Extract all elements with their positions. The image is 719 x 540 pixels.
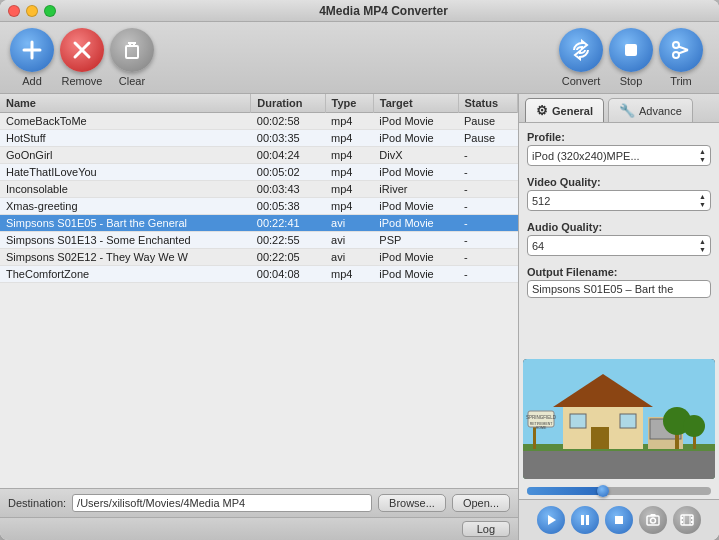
pause-button[interactable] bbox=[571, 506, 599, 534]
col-name[interactable]: Name bbox=[0, 94, 251, 113]
stop-button[interactable]: Stop bbox=[609, 28, 653, 87]
remove-label: Remove bbox=[62, 75, 103, 87]
cell-name: Xmas-greeting bbox=[0, 198, 251, 215]
cell-name: Simpsons S02E12 - They Way We W bbox=[0, 249, 251, 266]
video-quality-label: Video Quality: bbox=[527, 176, 711, 188]
log-button[interactable]: Log bbox=[462, 521, 510, 537]
cell-status: - bbox=[458, 215, 518, 232]
trim-button[interactable]: Trim bbox=[659, 28, 703, 87]
tab-general[interactable]: ⚙ General bbox=[525, 98, 604, 122]
progress-bar[interactable] bbox=[527, 487, 711, 495]
dest-field[interactable]: /Users/xilisoft/Movies/4Media MP4 bbox=[72, 494, 372, 512]
svg-rect-20 bbox=[620, 414, 636, 428]
add-icon bbox=[10, 28, 54, 72]
cell-status: - bbox=[458, 181, 518, 198]
tab-advance[interactable]: 🔧 Advance bbox=[608, 98, 693, 122]
clear-icon bbox=[110, 28, 154, 72]
cell-duration: 00:03:35 bbox=[251, 130, 325, 147]
cell-status: Pause bbox=[458, 130, 518, 147]
table-row[interactable]: HateThatILoveYou00:05:02mp4iPod Movie- bbox=[0, 164, 518, 181]
file-table[interactable]: Name Duration Type Target Status ComeBac… bbox=[0, 94, 518, 488]
audio-quality-value: 64 bbox=[532, 240, 544, 252]
cell-type: mp4 bbox=[325, 164, 373, 181]
maximize-button[interactable] bbox=[44, 5, 56, 17]
col-type[interactable]: Type bbox=[325, 94, 373, 113]
cell-target: iPod Movie bbox=[373, 164, 458, 181]
svg-rect-18 bbox=[591, 427, 609, 449]
table-row[interactable]: TheComfortZone00:04:08mp4iPod Movie- bbox=[0, 266, 518, 283]
svg-rect-35 bbox=[615, 516, 623, 524]
profile-label: Profile: bbox=[527, 131, 711, 143]
aq-select-arrow: ▲ ▼ bbox=[699, 238, 706, 253]
table-row[interactable]: ComeBackToMe00:02:58mp4iPod MoviePause bbox=[0, 113, 518, 130]
add-button[interactable]: Add bbox=[10, 28, 54, 87]
play-button[interactable] bbox=[537, 506, 565, 534]
audio-quality-select[interactable]: 64 ▲ ▼ bbox=[527, 235, 711, 256]
cell-type: mp4 bbox=[325, 147, 373, 164]
stop-label: Stop bbox=[620, 75, 643, 87]
cell-name: HateThatILoveYou bbox=[0, 164, 251, 181]
video-quality-select[interactable]: 512 ▲ ▼ bbox=[527, 190, 711, 211]
screenshot-button[interactable] bbox=[639, 506, 667, 534]
col-status[interactable]: Status bbox=[458, 94, 518, 113]
cell-type: mp4 bbox=[325, 130, 373, 147]
clear-button[interactable]: Clear bbox=[110, 28, 154, 87]
select-arrow: ▲ ▼ bbox=[699, 148, 706, 163]
cell-duration: 00:22:55 bbox=[251, 232, 325, 249]
convert-button[interactable]: Convert bbox=[559, 28, 603, 87]
profile-value: iPod (320x240)MPE... bbox=[532, 150, 640, 162]
convert-icon bbox=[559, 28, 603, 72]
close-button[interactable] bbox=[8, 5, 20, 17]
progress-fill bbox=[527, 487, 601, 495]
svg-text:SPRINGFIELD: SPRINGFIELD bbox=[526, 415, 557, 420]
cell-name: HotStuff bbox=[0, 130, 251, 147]
video-quality-row: Video Quality: 512 ▲ ▼ bbox=[527, 176, 711, 211]
preview-controls bbox=[519, 499, 719, 540]
table-row[interactable]: HotStuff00:03:35mp4iPod MoviePause bbox=[0, 130, 518, 147]
cell-status: - bbox=[458, 249, 518, 266]
remove-icon bbox=[60, 28, 104, 72]
profile-select[interactable]: iPod (320x240)MPE... ▲ ▼ bbox=[527, 145, 711, 166]
film-button[interactable] bbox=[673, 506, 701, 534]
svg-rect-40 bbox=[681, 521, 683, 523]
cell-status: - bbox=[458, 147, 518, 164]
minimize-button[interactable] bbox=[26, 5, 38, 17]
preview-stop-button[interactable] bbox=[605, 506, 633, 534]
table-row[interactable]: Xmas-greeting00:05:38mp4iPod Movie- bbox=[0, 198, 518, 215]
convert-label: Convert bbox=[562, 75, 601, 87]
progress-knob[interactable] bbox=[597, 485, 609, 497]
cell-name: GoOnGirl bbox=[0, 147, 251, 164]
cell-duration: 00:03:43 bbox=[251, 181, 325, 198]
progress-container bbox=[523, 487, 715, 495]
table-row[interactable]: Simpsons S01E13 - Some Enchanted00:22:55… bbox=[0, 232, 518, 249]
col-target[interactable]: Target bbox=[373, 94, 458, 113]
output-filename-field[interactable]: Simpsons S01E05 – Bart the bbox=[527, 280, 711, 298]
cell-target: iPod Movie bbox=[373, 215, 458, 232]
cell-type: avi bbox=[325, 215, 373, 232]
tabs-row: ⚙ General 🔧 Advance bbox=[519, 94, 719, 123]
cell-type: mp4 bbox=[325, 266, 373, 283]
add-label: Add bbox=[22, 75, 42, 87]
svg-rect-4 bbox=[126, 46, 138, 58]
audio-quality-row: Audio Quality: 64 ▲ ▼ bbox=[527, 221, 711, 256]
col-duration[interactable]: Duration bbox=[251, 94, 325, 113]
svg-rect-42 bbox=[691, 521, 693, 523]
cell-duration: 00:04:08 bbox=[251, 266, 325, 283]
cell-duration: 00:04:24 bbox=[251, 147, 325, 164]
table-row[interactable]: Simpsons S02E12 - They Way We W00:22:05a… bbox=[0, 249, 518, 266]
svg-rect-38 bbox=[681, 515, 693, 525]
destination-bar: Destination: /Users/xilisoft/Movies/4Med… bbox=[0, 488, 518, 517]
browse-button[interactable]: Browse... bbox=[378, 494, 446, 512]
cell-duration: 00:05:02 bbox=[251, 164, 325, 181]
content-area: Name Duration Type Target Status ComeBac… bbox=[0, 94, 719, 540]
table-row[interactable]: Simpsons S01E05 - Bart the General00:22:… bbox=[0, 215, 518, 232]
svg-point-31 bbox=[683, 415, 705, 437]
open-button[interactable]: Open... bbox=[452, 494, 510, 512]
table-row[interactable]: GoOnGirl00:04:24mp4DivX- bbox=[0, 147, 518, 164]
svg-text:HOME: HOME bbox=[536, 426, 547, 430]
remove-button[interactable]: Remove bbox=[60, 28, 104, 87]
svg-rect-8 bbox=[625, 44, 637, 56]
cell-target: PSP bbox=[373, 232, 458, 249]
gear-icon: ⚙ bbox=[536, 103, 548, 118]
table-row[interactable]: Inconsolable00:03:43mp4iRiver- bbox=[0, 181, 518, 198]
